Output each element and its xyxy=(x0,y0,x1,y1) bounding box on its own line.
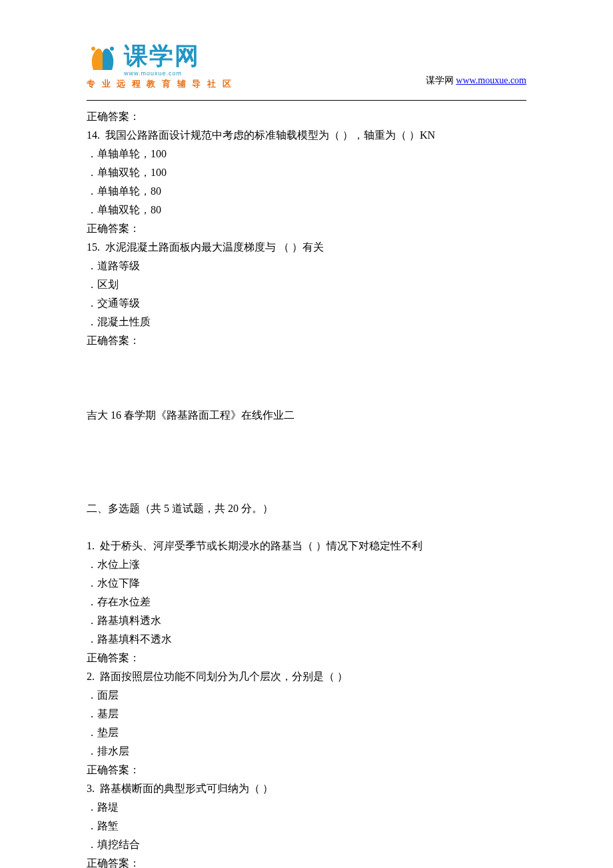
mc-q1-option-b: ．水位下降 xyxy=(87,574,526,593)
q15-option-d: ．混凝土性质 xyxy=(87,313,526,331)
answer-label: 正确答案： xyxy=(87,649,526,667)
q14-option-c: ．单轴单轮，80 xyxy=(87,182,526,201)
mc-q1-option-a: ．水位上涨 xyxy=(87,555,526,574)
mc-q1-text: 处于桥头、河岸受季节或长期浸水的路基当（ ）情况下对稳定性不利 xyxy=(100,540,422,551)
mc-q2-option-a: ．面层 xyxy=(87,686,526,705)
answer-label: 正确答案： xyxy=(87,107,526,126)
logo-icon xyxy=(87,45,119,73)
mc-q2-option-c: ．垫层 xyxy=(87,723,526,742)
q15-text: 水泥混凝土路面板内最大温度梯度与 （ ）有关 xyxy=(105,241,324,253)
mc-q2-number: 2. xyxy=(87,671,95,682)
logo-main-text: 课学网 www.mouxue.com xyxy=(124,40,200,77)
logo-top: 课学网 www.mouxue.com xyxy=(87,40,200,77)
q15-option-c: ．交通等级 xyxy=(87,294,526,313)
mc-q1-option-e: ．路基填料不透水 xyxy=(87,630,526,649)
answer-label: 正确答案： xyxy=(87,761,526,779)
svg-point-1 xyxy=(110,47,114,51)
mc-q3-number: 3. xyxy=(87,783,95,794)
q15-number: 15. xyxy=(87,241,100,253)
mc-q1-number: 1. xyxy=(87,540,95,551)
mc-question-2: 2. 路面按照层位功能不同划分为几个层次，分别是（ ） xyxy=(87,667,526,686)
svg-point-0 xyxy=(91,47,95,51)
q15-option-a: ．道路等级 xyxy=(87,257,526,275)
q14-option-d: ．单轴双轮，80 xyxy=(87,201,526,219)
q14-text: 我国公路路面设计规范中考虑的标准轴载模型为（ ），轴重为（ ）KN xyxy=(105,129,435,141)
mc-q1-option-d: ．路基填料透水 xyxy=(87,611,526,630)
answer-label: 正确答案： xyxy=(87,219,526,238)
document-content: 正确答案： 14. 我国公路路面设计规范中考虑的标准轴载模型为（ ），轴重为（ … xyxy=(0,104,613,868)
question-15: 15. 水泥混凝土路面板内最大温度梯度与 （ ）有关 xyxy=(87,238,526,257)
header-divider xyxy=(87,100,526,101)
mc-q2-option-b: ．基层 xyxy=(87,705,526,723)
q14-option-a: ．单轴单轮，100 xyxy=(87,145,526,163)
page-header: 课学网 www.mouxue.com 专 业 远 程 教 育 辅 导 社 区 谋… xyxy=(0,0,613,97)
site-link[interactable]: www.mouxue.com xyxy=(456,75,526,85)
spacer xyxy=(87,518,526,537)
mc-q2-option-d: ．排水层 xyxy=(87,742,526,761)
spacer xyxy=(87,425,526,481)
q14-option-b: ．单轴双轮，100 xyxy=(87,163,526,182)
mc-q3-option-b: ．路堑 xyxy=(87,817,526,835)
spacer xyxy=(87,481,526,499)
mc-q3-option-a: ．路堤 xyxy=(87,798,526,817)
section-title: 吉大 16 春学期《路基路面工程》在线作业二 xyxy=(87,406,526,425)
q15-option-b: ．区划 xyxy=(87,275,526,294)
mc-q3-option-c: ．填挖结合 xyxy=(87,835,526,854)
logo-subtitle: 专 业 远 程 教 育 辅 导 社 区 xyxy=(87,78,233,90)
mc-q1-option-c: ．存在水位差 xyxy=(87,593,526,611)
mc-q2-text: 路面按照层位功能不同划分为几个层次，分别是（ ） xyxy=(100,671,348,682)
answer-label: 正确答案： xyxy=(87,331,526,350)
q14-number: 14. xyxy=(87,129,100,141)
header-source: 谋学网 www.mouxue.com xyxy=(426,75,526,90)
logo-title: 课学网 xyxy=(124,40,200,73)
mc-question-3: 3. 路基横断面的典型形式可归纳为（ ） xyxy=(87,779,526,798)
spacer xyxy=(87,350,526,406)
mc-question-1: 1. 处于桥头、河岸受季节或长期浸水的路基当（ ）情况下对稳定性不利 xyxy=(87,537,526,555)
mc-q3-text: 路基横断面的典型形式可归纳为（ ） xyxy=(100,783,273,794)
site-name: 谋学网 xyxy=(426,75,454,85)
mc-header: 二、多选题（共 5 道试题，共 20 分。） xyxy=(87,499,526,518)
question-14: 14. 我国公路路面设计规范中考虑的标准轴载模型为（ ），轴重为（ ）KN xyxy=(87,126,526,145)
answer-label: 正确答案： xyxy=(87,854,526,868)
logo: 课学网 www.mouxue.com 专 业 远 程 教 育 辅 导 社 区 xyxy=(87,40,233,90)
